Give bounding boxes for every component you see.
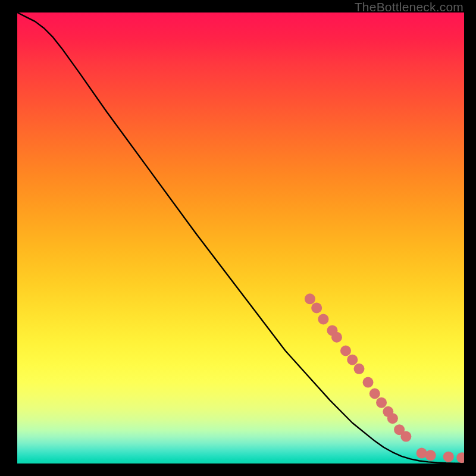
data-point: [456, 452, 464, 463]
data-point: [311, 302, 322, 313]
chart-frame: TheBottleneck.com: [0, 0, 476, 476]
data-point: [369, 389, 380, 399]
data-point: [400, 431, 411, 442]
data-point: [347, 355, 358, 365]
data-point: [363, 377, 374, 388]
data-point: [443, 452, 454, 462]
data-point: [416, 448, 427, 459]
plot-area: [17, 12, 464, 464]
data-point: [376, 397, 387, 408]
marker-layer: [305, 293, 464, 463]
chart-svg: [17, 12, 464, 464]
data-point: [331, 332, 342, 343]
data-point: [340, 346, 351, 356]
data-point: [305, 293, 315, 304]
curve-layer: [17, 12, 464, 464]
bottleneck-curve: [17, 12, 464, 464]
data-point: [318, 314, 328, 324]
data-point: [354, 364, 365, 374]
data-point: [425, 450, 436, 461]
data-point: [387, 413, 398, 424]
watermark-text: TheBottleneck.com: [355, 0, 464, 14]
